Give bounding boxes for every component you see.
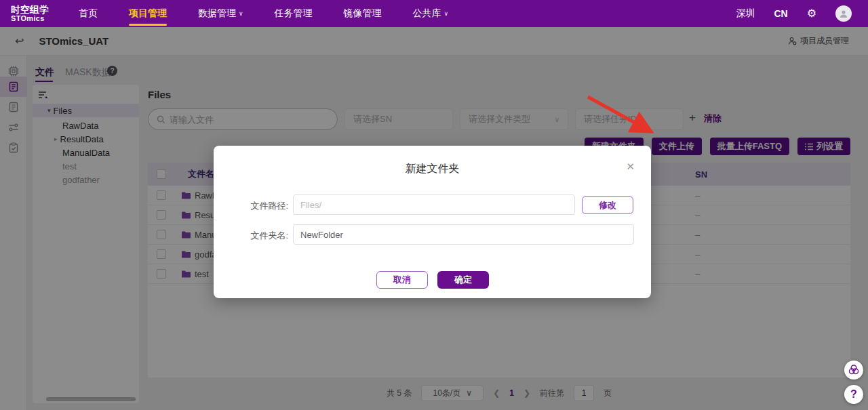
file-path-input[interactable] xyxy=(293,194,575,215)
region-selector[interactable]: 深圳 xyxy=(736,7,755,20)
person-icon xyxy=(839,9,848,18)
dialog-title: 新建文件夹 xyxy=(214,162,651,176)
user-avatar[interactable] xyxy=(835,5,852,22)
nav-item-task-management[interactable]: 任务管理 xyxy=(275,7,313,20)
cancel-button[interactable]: 取消 xyxy=(376,271,428,289)
nav-item-home[interactable]: 首页 xyxy=(79,7,98,20)
nav-item-image-management[interactable]: 镜像管理 xyxy=(344,7,382,20)
nav-item-project-management[interactable]: 项目管理 xyxy=(129,7,167,20)
folder-name-input[interactable] xyxy=(293,224,634,245)
chevron-down-icon: ∨ xyxy=(239,10,243,17)
nav-item-public-library[interactable]: 公共库∨ xyxy=(413,7,449,20)
app-window: 时空组学 STOmics 首页 项目管理 数据管理∨ 任务管理 镜像管理 公共库… xyxy=(0,0,868,410)
modify-path-button[interactable]: 修改 xyxy=(582,196,633,214)
logo-line-en: STOmics xyxy=(11,15,73,23)
close-icon[interactable]: ✕ xyxy=(626,161,635,173)
active-tab-underline xyxy=(129,24,167,26)
pinwheel-logo-icon xyxy=(848,364,860,376)
language-selector[interactable]: CN xyxy=(774,8,787,19)
help-floating-button[interactable]: ? xyxy=(844,385,863,404)
folder-name-label: 文件夹名: xyxy=(214,230,288,242)
new-folder-dialog: 新建文件夹 ✕ 文件路径: 修改 文件夹名: 取消 确定 xyxy=(214,146,651,298)
nav-item-data-management[interactable]: 数据管理∨ xyxy=(198,7,243,20)
stomics-logo[interactable]: 时空组学 STOmics xyxy=(0,5,73,22)
top-navigation-bar: 时空组学 STOmics 首页 项目管理 数据管理∨ 任务管理 镜像管理 公共库… xyxy=(0,0,868,27)
chevron-down-icon: ∨ xyxy=(444,10,449,17)
logo-line-cn: 时空组学 xyxy=(11,5,73,15)
assistant-logo-button[interactable] xyxy=(844,361,863,380)
path-label: 文件路径: xyxy=(214,200,288,212)
topbar-right-group: 深圳 CN ⚙ xyxy=(736,5,868,22)
nav-menu: 首页 项目管理 数据管理∨ 任务管理 镜像管理 公共库∨ xyxy=(79,7,448,20)
confirm-button[interactable]: 确定 xyxy=(437,271,489,289)
settings-gear-icon[interactable]: ⚙ xyxy=(807,8,816,19)
